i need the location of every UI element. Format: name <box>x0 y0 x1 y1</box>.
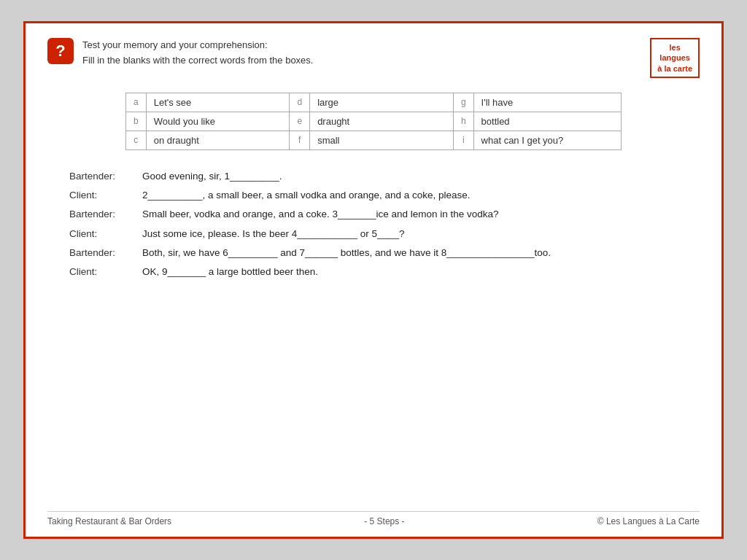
dialogue-line: Client:Just some ice, please. Is the bee… <box>69 225 700 243</box>
table-key-cell: d <box>290 93 310 112</box>
speaker-label: Client: <box>69 187 142 204</box>
dialogue-text: OK, 9_______ a large bottled beer then. <box>142 263 700 281</box>
table-word-cell: Let's see <box>146 93 290 112</box>
main-page: ? Test your memory and your comprehensio… <box>23 21 724 539</box>
question-icon: ? <box>47 38 74 64</box>
table-key-cell: i <box>453 131 473 149</box>
table-key-cell: f <box>290 131 310 149</box>
speaker-label: Client: <box>69 263 142 281</box>
footer-left: Taking Restaurant & Bar Orders <box>47 516 171 526</box>
dialogue-text: 2__________, a small beer, a small vodka… <box>142 187 700 204</box>
table-word-cell: Would you like <box>146 112 290 131</box>
dialogue-line: Client:OK, 9_______ a large bottled beer… <box>69 263 700 281</box>
header-left: ? Test your memory and your comprehensio… <box>47 38 313 69</box>
logo: les langues à la carte <box>650 38 700 78</box>
footer: Taking Restaurant & Bar Orders - 5 Steps… <box>47 511 700 526</box>
table-word-cell: large <box>310 93 454 112</box>
table-key-cell: b <box>126 112 147 131</box>
speaker-label: Bartender: <box>69 206 142 223</box>
dialogue-line: Bartender:Good evening, sir, 1_________. <box>69 168 700 185</box>
footer-center: - 5 Steps - <box>364 516 404 526</box>
dialogue-text: Both, sir, we have 6_________ and 7_____… <box>142 244 700 262</box>
table-word-cell: small <box>310 131 454 149</box>
dialogue-text: Just some ice, please. Is the beer 4____… <box>142 225 700 243</box>
table-key-cell: a <box>126 93 147 112</box>
footer-right: © Les Langues à La Carte <box>597 516 700 526</box>
table-key-cell: h <box>453 112 473 131</box>
table-word-cell: on draught <box>146 131 290 149</box>
speaker-label: Bartender: <box>69 168 142 185</box>
table-word-cell: draught <box>310 112 454 131</box>
dialogue-text: Small beer, vodka and orange, and a coke… <box>142 206 700 223</box>
word-table: aLet's seedlargegI'll havebWould you lik… <box>125 93 622 150</box>
dialogue: Bartender:Good evening, sir, 1_________.… <box>69 168 700 281</box>
header: ? Test your memory and your comprehensio… <box>47 38 700 78</box>
instruction-text: Test your memory and your comprehension:… <box>82 38 313 69</box>
table-word-cell: I'll have <box>473 93 621 112</box>
speaker-label: Client: <box>69 225 142 243</box>
table-word-cell: what can I get you? <box>473 131 621 149</box>
table-key-cell: c <box>126 131 147 149</box>
table-key-cell: g <box>453 93 473 112</box>
speaker-label: Bartender: <box>69 244 142 262</box>
dialogue-line: Client:2__________, a small beer, a smal… <box>69 187 700 204</box>
dialogue-line: Bartender:Both, sir, we have 6_________ … <box>69 244 700 262</box>
dialogue-line: Bartender:Small beer, vodka and orange, … <box>69 206 700 223</box>
table-key-cell: e <box>290 112 310 131</box>
dialogue-text: Good evening, sir, 1_________. <box>142 168 700 185</box>
table-word-cell: bottled <box>473 112 621 131</box>
